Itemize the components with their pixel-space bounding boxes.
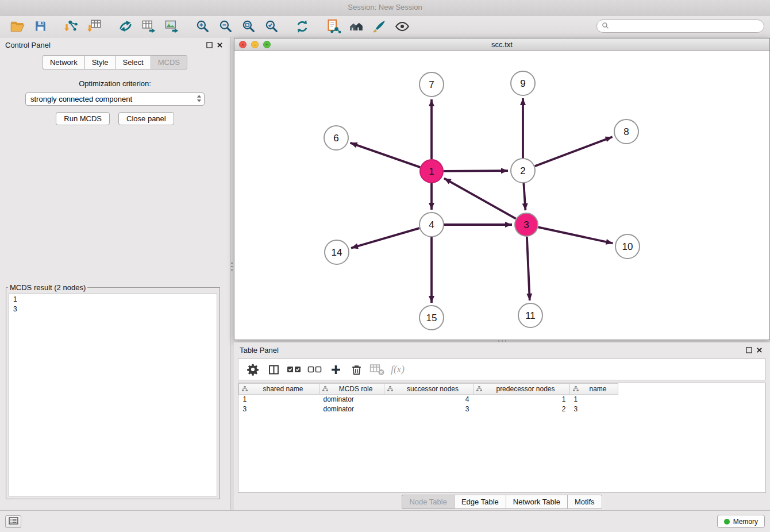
network-edge-1-6[interactable] — [351, 143, 421, 168]
application-window: Session: New Session Control Panel Netwo… — [0, 0, 770, 532]
network-node-11[interactable]: 11 — [518, 303, 542, 327]
close-panel-button[interactable]: Close panel — [118, 112, 174, 125]
tab-mcds[interactable]: MCDS — [151, 55, 187, 70]
status-bar: Memory — [0, 510, 770, 532]
network-canvas[interactable]: 7968124314101511 — [234, 51, 769, 340]
network-node-6[interactable]: 6 — [324, 126, 348, 150]
close-window-button[interactable]: × — [239, 41, 247, 48]
search-box[interactable] — [596, 20, 764, 33]
delete-column-icon[interactable] — [348, 361, 365, 378]
network-node-15[interactable]: 15 — [419, 306, 444, 330]
toolbar-icon-group — [6, 17, 414, 36]
network-edge-1-2[interactable] — [444, 171, 508, 171]
mcds-result-list[interactable]: 1 3 — [9, 293, 217, 496]
network-graph[interactable]: 7968124314101511 — [234, 51, 769, 340]
column-header-MCDS-role[interactable]: MCDS role — [319, 384, 384, 395]
column-header-shared-name[interactable]: shared name — [239, 384, 319, 395]
network-node-9[interactable]: 9 — [511, 71, 535, 95]
network-edge-2-8[interactable] — [535, 137, 613, 166]
network-node-10[interactable]: 10 — [615, 234, 640, 259]
close-panel-icon[interactable] — [214, 40, 225, 49]
network-node-7[interactable]: 7 — [419, 72, 444, 97]
network-node-14[interactable]: 14 — [325, 240, 349, 264]
node-label: 7 — [429, 79, 434, 90]
memory-label: Memory — [733, 518, 758, 526]
table-cell: 3 — [239, 404, 319, 414]
network-node-1[interactable]: 1 — [420, 160, 443, 183]
column-header-predecessor-nodes[interactable]: predecessor nodes — [473, 384, 570, 395]
table-settings-icon[interactable] — [244, 361, 261, 378]
task-list-icon — [9, 517, 18, 526]
search-input[interactable] — [612, 22, 759, 30]
deselect-all-rows-icon[interactable] — [306, 361, 324, 378]
open-session-icon[interactable] — [6, 17, 29, 36]
node-label: 3 — [523, 219, 529, 230]
show-graphics-details-icon[interactable] — [391, 17, 414, 36]
zoom-selected-icon[interactable] — [260, 17, 283, 36]
tab-network-table[interactable]: Network Table — [506, 495, 567, 509]
optimization-criterion-label: Optimization criterion: — [0, 79, 230, 88]
import-network-icon[interactable] — [60, 17, 83, 36]
zoom-in-icon[interactable] — [191, 17, 214, 36]
network-edge-2-3[interactable] — [523, 183, 525, 210]
run-mcds-button[interactable]: Run MCDS — [56, 112, 110, 125]
node-label: 8 — [623, 126, 629, 137]
criterion-select[interactable]: strongly connected component — [25, 92, 205, 106]
table-row[interactable]: 1dominator411 — [239, 395, 618, 404]
first-neighbors-icon[interactable] — [114, 17, 137, 36]
network-node-8[interactable]: 8 — [614, 119, 638, 144]
network-edge-4-14[interactable] — [351, 228, 419, 248]
network-edge-3-10[interactable] — [538, 227, 613, 243]
zoom-window-button[interactable]: + — [263, 41, 271, 48]
function-builder-icon[interactable]: f(x) — [389, 361, 406, 378]
style-brush-icon[interactable] — [368, 17, 391, 36]
column-hierarchy-icon — [572, 385, 579, 394]
column-hierarchy-icon — [476, 385, 483, 394]
minimize-window-button[interactable]: − — [251, 41, 259, 48]
network-window-title: scc.txt — [491, 40, 513, 49]
close-table-panel-icon[interactable] — [754, 345, 764, 354]
network-node-4[interactable]: 4 — [419, 213, 444, 237]
new-network-from-selection-icon[interactable] — [322, 17, 345, 36]
table-cell: 3 — [570, 404, 618, 414]
export-image-icon[interactable] — [160, 17, 183, 36]
zoom-fit-icon[interactable] — [237, 17, 260, 36]
show-columns-icon[interactable] — [265, 361, 282, 378]
mcds-button-row: Run MCDS Close panel — [0, 112, 230, 125]
column-header-name[interactable]: name — [570, 384, 618, 395]
column-hierarchy-icon — [241, 385, 248, 394]
tab-edge-table[interactable]: Edge Table — [454, 495, 506, 509]
tab-motifs[interactable]: Motifs — [567, 495, 602, 509]
select-all-rows-icon[interactable] — [286, 361, 303, 378]
tab-node-table[interactable]: Node Table — [402, 495, 454, 509]
network-node-3[interactable]: 3 — [515, 213, 538, 236]
node-label: 9 — [520, 78, 525, 89]
column-header-successor-nodes[interactable]: successor nodes — [384, 384, 473, 395]
table-cell: 1 — [473, 395, 570, 404]
save-session-icon[interactable] — [29, 17, 52, 36]
node-label: 2 — [520, 165, 525, 176]
table-row[interactable]: 3dominator323 — [239, 404, 618, 414]
apply-layout-icon[interactable] — [291, 17, 314, 36]
memory-button[interactable]: Memory — [717, 515, 765, 528]
float-table-panel-icon[interactable] — [744, 345, 754, 354]
tab-select[interactable]: Select — [116, 55, 151, 70]
add-column-icon[interactable] — [327, 361, 344, 378]
table-cell: 4 — [384, 395, 473, 404]
workspace-area: × − + scc.txt 7968124314101511 Table Pan… — [234, 37, 770, 510]
network-node-2[interactable]: 2 — [511, 159, 535, 183]
table-cell: 1 — [239, 395, 319, 404]
zoom-out-icon[interactable] — [214, 17, 237, 36]
export-table-icon[interactable] — [137, 17, 160, 36]
import-table-icon[interactable] — [83, 17, 106, 36]
network-home-icon[interactable] — [345, 17, 368, 36]
network-edge-3-11[interactable] — [527, 237, 530, 300]
tab-network[interactable]: Network — [43, 55, 84, 70]
network-edge-3-1[interactable] — [444, 178, 516, 218]
control-panel-tabs: NetworkStyleSelectMCDS — [0, 55, 230, 70]
task-history-button[interactable] — [5, 515, 21, 528]
float-panel-icon[interactable] — [204, 40, 214, 49]
tab-style[interactable]: Style — [84, 55, 116, 70]
node-label: 6 — [333, 133, 338, 144]
delete-table-icon[interactable] — [368, 361, 386, 378]
